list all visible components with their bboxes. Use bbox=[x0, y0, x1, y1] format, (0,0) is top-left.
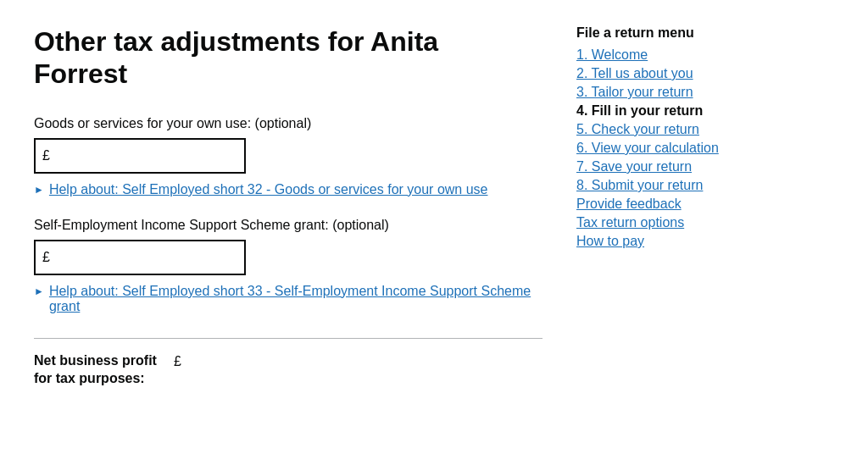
net-business-row: Net business profit for tax purposes: £ bbox=[34, 352, 542, 388]
page-title: Other tax adjustments for Anita Forrest bbox=[34, 25, 542, 91]
sidebar-item-tailor-return[interactable]: 3. Tailor your return bbox=[576, 85, 763, 100]
field2-help-container: ► Help about: Self Employed short 33 - S… bbox=[34, 284, 542, 314]
field2-input-wrapper: £ bbox=[34, 240, 246, 275]
sidebar-item-link-how-to-pay[interactable]: How to pay bbox=[576, 234, 644, 248]
field2-help-arrow: ► bbox=[34, 285, 44, 297]
sidebar-item-link-submit-return[interactable]: 8. Submit your return bbox=[576, 178, 703, 192]
field1-input[interactable] bbox=[34, 138, 246, 174]
sidebar-item-link-provide-feedback[interactable]: Provide feedback bbox=[576, 197, 682, 211]
field1-section: Goods or services for your own use: (opt… bbox=[34, 116, 542, 197]
sidebar-item-label-fill-return: 4. Fill in your return bbox=[576, 103, 703, 118]
page-container: Other tax adjustments for Anita Forrest … bbox=[0, 0, 868, 412]
sidebar-item-link-about-you[interactable]: 2. Tell us about you bbox=[576, 66, 693, 80]
sidebar: File a return menu 1. Welcome2. Tell us … bbox=[576, 25, 763, 387]
net-business-value: £ bbox=[174, 354, 181, 369]
sidebar-item-provide-feedback[interactable]: Provide feedback bbox=[576, 197, 763, 212]
sidebar-title: File a return menu bbox=[576, 25, 763, 41]
field2-help-link[interactable]: Help about: Self Employed short 33 - Sel… bbox=[49, 284, 542, 314]
sidebar-item-link-welcome[interactable]: 1. Welcome bbox=[576, 47, 648, 62]
field2-section: Self-Employment Income Support Scheme gr… bbox=[34, 218, 542, 314]
sidebar-item-save-return[interactable]: 7. Save your return bbox=[576, 159, 763, 174]
sidebar-item-view-calculation[interactable]: 6. View your calculation bbox=[576, 141, 763, 156]
field1-label: Goods or services for your own use: (opt… bbox=[34, 116, 542, 131]
sidebar-item-submit-return[interactable]: 8. Submit your return bbox=[576, 178, 763, 193]
field1-currency-symbol: £ bbox=[42, 148, 50, 163]
sidebar-item-link-tailor-return[interactable]: 3. Tailor your return bbox=[576, 85, 693, 99]
sidebar-item-fill-return[interactable]: 4. Fill in your return bbox=[576, 103, 763, 119]
main-content: Other tax adjustments for Anita Forrest … bbox=[34, 25, 542, 387]
sidebar-nav: 1. Welcome2. Tell us about you3. Tailor … bbox=[576, 47, 763, 249]
sidebar-item-link-view-calculation[interactable]: 6. View your calculation bbox=[576, 141, 719, 155]
sidebar-item-link-save-return[interactable]: 7. Save your return bbox=[576, 159, 692, 174]
sidebar-item-link-tax-return-options[interactable]: Tax return options bbox=[576, 215, 684, 230]
field2-input[interactable] bbox=[34, 240, 246, 275]
field2-label: Self-Employment Income Support Scheme gr… bbox=[34, 218, 542, 233]
sidebar-item-welcome[interactable]: 1. Welcome bbox=[576, 47, 763, 63]
field1-help-arrow: ► bbox=[34, 184, 44, 196]
field1-input-wrapper: £ bbox=[34, 138, 246, 174]
sidebar-item-how-to-pay[interactable]: How to pay bbox=[576, 234, 763, 249]
sidebar-item-about-you[interactable]: 2. Tell us about you bbox=[576, 66, 763, 81]
sidebar-item-tax-return-options[interactable]: Tax return options bbox=[576, 215, 763, 230]
field2-currency-symbol: £ bbox=[42, 250, 50, 265]
field1-help-container: ► Help about: Self Employed short 32 - G… bbox=[34, 182, 542, 197]
sidebar-item-check-return[interactable]: 5. Check your return bbox=[576, 122, 763, 137]
net-business-label: Net business profit for tax purposes: bbox=[34, 352, 157, 388]
net-business-section: Net business profit for tax purposes: £ bbox=[34, 338, 542, 388]
sidebar-item-link-check-return[interactable]: 5. Check your return bbox=[576, 122, 699, 136]
field1-help-link[interactable]: Help about: Self Employed short 32 - Goo… bbox=[49, 182, 488, 197]
